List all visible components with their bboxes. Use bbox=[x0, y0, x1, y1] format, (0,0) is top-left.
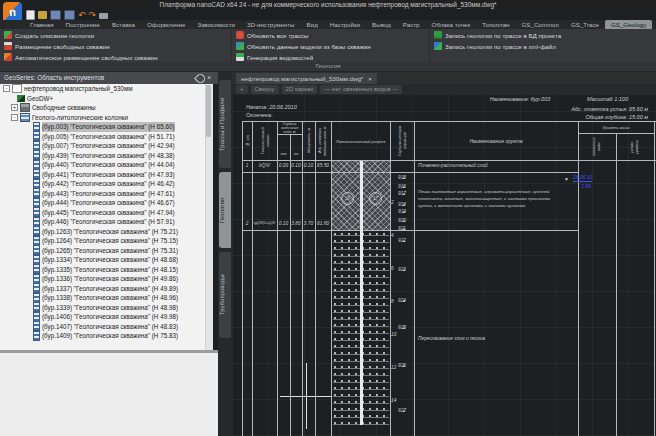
open-file-icon[interactable] bbox=[38, 11, 47, 19]
auto-place-free-wells-button[interactable]: Автоматическое размещение свободных сква… bbox=[4, 52, 158, 62]
create-geology-button[interactable]: Создать описание геологии bbox=[4, 30, 94, 40]
cell-from: 0.00 bbox=[277, 163, 290, 168]
tree-borehole-item[interactable]: (бур.445) "Геологическая скважина" (Н 47… bbox=[0, 208, 212, 218]
tree-root-item[interactable]: - нефтепровод магистральный_530мм bbox=[0, 84, 212, 94]
redo-icon[interactable]: ↷ bbox=[89, 11, 97, 19]
tree-borehole-item[interactable]: (бур.441) "Геологическая скважина" (Н 47… bbox=[0, 170, 212, 180]
cell-num: 1 bbox=[242, 163, 252, 168]
tree-borehole-item[interactable]: (бур.1338) "Геологическая скважина" (Н 4… bbox=[0, 293, 212, 303]
expand-toggle-icon[interactable]: + bbox=[11, 104, 18, 111]
tree-borehole-item[interactable]: (бур.007) "Геологическая скважина" (Н 42… bbox=[0, 141, 212, 151]
sample-mark: 916▲ bbox=[382, 184, 406, 189]
write-geology-xml-button[interactable]: Запись геологии по трассе в xml-файл bbox=[434, 41, 556, 51]
tree-borehole-item[interactable]: (бур.444) "Геологическая скважина" (Н 46… bbox=[0, 198, 212, 208]
borehole-icon bbox=[33, 321, 40, 331]
col-header-num: № п/п bbox=[242, 122, 252, 160]
tree-borehole-item[interactable]: (бур.1335) "Геологическая скважина" (Н 4… bbox=[0, 265, 212, 275]
ribbon-tab-gs-geology[interactable]: GS_Geology bbox=[605, 20, 652, 29]
collapse-toggle-icon[interactable]: - bbox=[3, 85, 10, 92]
ribbon-tab[interactable]: Настройки bbox=[324, 20, 366, 29]
tree-borehole-item[interactable]: (бур.1265) "Геологическая скважина" (Н 7… bbox=[0, 246, 212, 256]
tree-borehole-item[interactable]: (бур.443) "Геологическая скважина" (Н 47… bbox=[0, 189, 212, 199]
ribbon-tab[interactable]: GS_Common bbox=[516, 20, 565, 29]
ribbon-tab[interactable]: Зависимости bbox=[191, 20, 241, 29]
collapse-toggle-icon[interactable]: - bbox=[11, 114, 18, 121]
sample-mark: 924▲ bbox=[382, 298, 406, 303]
write-geology-db-button[interactable]: Запись геологии по трассе в БД проекта bbox=[434, 30, 561, 40]
tree-borehole-item[interactable]: (бур.1337) "Геологическая скважина" (Н 4… bbox=[0, 284, 212, 294]
geology-tree: - нефтепровод магистральный_530мм GeoDW+… bbox=[0, 84, 213, 350]
cell-to: 0.10 bbox=[290, 163, 302, 168]
total-depth: Общая глубина: 15.00 м bbox=[533, 114, 648, 120]
borehole-icon bbox=[33, 331, 40, 341]
side-tab-truboprovody[interactable]: Трубопроводы bbox=[219, 252, 231, 338]
ribbon-tab[interactable]: Вид bbox=[301, 20, 324, 29]
add-view-button[interactable]: + bbox=[236, 85, 248, 94]
tree-borehole-item[interactable]: (бур.440) "Геологическая скважина" (Н 44… bbox=[0, 160, 212, 170]
save-icon[interactable] bbox=[50, 10, 61, 20]
ribbon-tab[interactable]: Построение bbox=[60, 20, 106, 29]
tree-borehole-item[interactable]: (бур.1406) "Геологическая скважина" (Н 4… bbox=[0, 312, 212, 322]
document-tab[interactable]: нефтепровод магистральный_530мм.dwg* × bbox=[236, 73, 377, 84]
tree-borehole-item[interactable]: (бур.1409) "Геологическая скважина" (Н 7… bbox=[0, 331, 212, 341]
tree-borehole-item[interactable]: (бур.1339) "Геологическая скважина" (Н 4… bbox=[0, 303, 212, 313]
soil-element-mark: 16 bbox=[341, 192, 354, 205]
side-tab-trassy[interactable]: Трассы и Профили bbox=[219, 80, 231, 168]
ribbon-tab-bar: Главная Построение Вставка Оформление За… bbox=[0, 20, 656, 29]
ribbon-tab[interactable]: GS_Trace bbox=[565, 20, 605, 29]
sample-mark: 927▲ bbox=[382, 408, 406, 413]
linked-views-button[interactable]: — нет связанных видов — bbox=[320, 85, 402, 94]
tree-borehole-item[interactable]: (бур.439) "Геологическая скважина" (Н 48… bbox=[0, 151, 212, 161]
side-tab-geology[interactable]: Геология bbox=[219, 172, 231, 248]
visual-style-button[interactable]: 2D каркас bbox=[282, 85, 318, 94]
close-panel-icon[interactable]: × bbox=[207, 74, 211, 82]
tree-item-geodw[interactable]: GeoDW+ bbox=[0, 94, 212, 104]
drawing-canvas[interactable]: Наименование: бур.003 Масштаб 1:100 Нача… bbox=[232, 95, 656, 436]
ribbon-tab[interactable]: Топоплан bbox=[476, 20, 515, 29]
update-model-from-db-icon bbox=[236, 42, 244, 50]
water-note-value: 2.80 bbox=[581, 183, 591, 189]
borehole-icon bbox=[33, 141, 40, 151]
sheet-scale: Масштаб 1:100 bbox=[587, 96, 628, 102]
col-header-thickness: Мощность, м bbox=[302, 122, 315, 160]
ribbon-tab[interactable]: Вставка bbox=[106, 20, 141, 29]
tree-borehole-item[interactable]: (бур.446) "Геологическая скважина" (Н 57… bbox=[0, 217, 212, 227]
tree-borehole-item[interactable]: (бур.1263) "Геологическая скважина" (Н 7… bbox=[0, 227, 212, 237]
undo-icon[interactable]: ↶ bbox=[78, 11, 86, 19]
tree-borehole-item[interactable]: (бур.1336) "Геологическая скважина" (Н 4… bbox=[0, 274, 212, 284]
tree-scrollbar-thumb[interactable] bbox=[206, 85, 211, 137]
soil-description-line: Пески пылеватые коричневые, серовато-кор… bbox=[418, 189, 550, 194]
ribbon-tab[interactable]: Растр bbox=[397, 20, 426, 29]
update-model-from-db-button[interactable]: Обновить данные модели из базы скважин bbox=[236, 41, 371, 51]
print-icon[interactable] bbox=[99, 13, 108, 19]
sample-mark: 922▲ bbox=[382, 238, 406, 243]
ribbon-tab[interactable]: Главная bbox=[24, 20, 60, 29]
depth-tick: 8 bbox=[391, 299, 394, 304]
close-tab-icon[interactable]: × bbox=[368, 73, 372, 84]
borehole-icon bbox=[33, 255, 40, 265]
save-all-icon[interactable] bbox=[64, 10, 75, 20]
tree-borehole-item[interactable]: (бур.442) "Геологическая скважина" (Н 46… bbox=[0, 179, 212, 189]
place-free-wells-button[interactable]: Размещение свободных скважин bbox=[4, 41, 110, 51]
tree-item-free-wells[interactable]: + Свободные скважины bbox=[0, 103, 212, 113]
new-file-icon[interactable] bbox=[26, 10, 35, 20]
borehole-icon bbox=[33, 293, 40, 303]
borehole-shaft bbox=[360, 161, 363, 425]
view-direction-button[interactable]: Сверху bbox=[251, 85, 279, 94]
update-all-traces-button[interactable]: Обновить все трассы bbox=[236, 30, 309, 40]
borehole-icon bbox=[33, 188, 40, 198]
ribbon-tab[interactable]: Вывод bbox=[366, 20, 397, 29]
ribbon-tab[interactable]: Оформление bbox=[141, 20, 191, 29]
ribbon-tab[interactable]: 3D-инструменты bbox=[241, 20, 301, 29]
depth-tick: 10 bbox=[391, 332, 396, 337]
tree-borehole-item[interactable]: (бур.005) "Геологическая скважина" (Н 51… bbox=[0, 132, 212, 142]
tree-borehole-item[interactable]: (бур.003) "Геологическая скважина" (Н 65… bbox=[0, 122, 212, 132]
generate-reports-button[interactable]: Генерация ведомостей bbox=[236, 52, 313, 62]
ribbon-separator bbox=[429, 30, 430, 62]
tree-borehole-item[interactable]: (бур.1264) "Геологическая скважина" (Н 7… bbox=[0, 236, 212, 246]
tree-item-columns-group[interactable]: - Геолого-литологические колонки bbox=[0, 113, 212, 123]
tree-borehole-item[interactable]: (бур.1334) "Геологическая скважина" (Н 4… bbox=[0, 255, 212, 265]
borehole-icon bbox=[33, 264, 40, 274]
tree-borehole-item[interactable]: (бур.1407) "Геологическая скважина" (Н 4… bbox=[0, 322, 212, 332]
ribbon-tab[interactable]: Облака точек bbox=[426, 20, 477, 29]
